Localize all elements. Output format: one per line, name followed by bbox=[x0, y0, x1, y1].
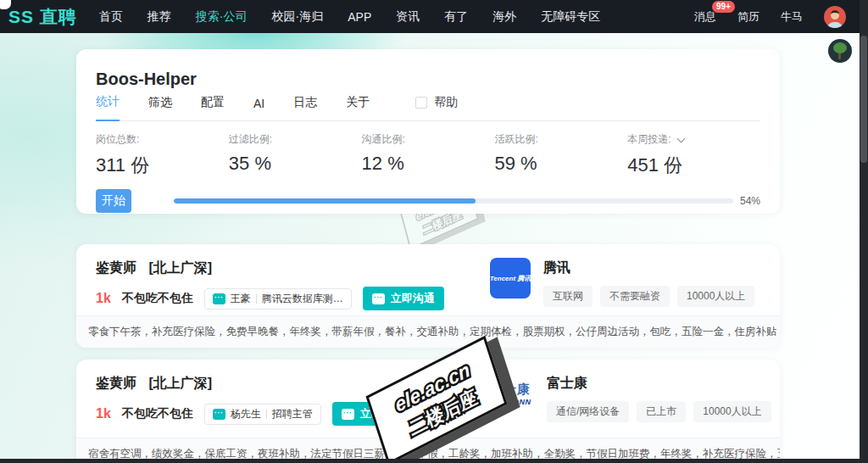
avatar-shirt-icon bbox=[827, 22, 843, 28]
extension-tree-icon[interactable] bbox=[828, 39, 852, 63]
help-checkbox[interactable] bbox=[415, 97, 427, 109]
nav-item-search-company[interactable]: 搜索·公司 bbox=[196, 9, 248, 25]
stat-chat-ratio: 沟通比例: 12 % bbox=[362, 132, 495, 178]
help-checkbox-label: 帮助 bbox=[434, 95, 458, 110]
control-row: 开始 54% bbox=[96, 189, 760, 213]
chat-now-button[interactable]: 立即沟通 bbox=[363, 287, 444, 310]
separator bbox=[266, 410, 267, 419]
scrollbar-thumb[interactable] bbox=[860, 36, 867, 163]
stat-weekly-sent: 本周投递: 451 份 bbox=[627, 132, 760, 178]
nav-item-recommend[interactable]: 推荐 bbox=[147, 9, 171, 25]
job-benefits: 零食下午茶，补充医疗保险，免费早晚餐，年终奖，带薪年假，餐补，交通补助，定期体检… bbox=[76, 315, 780, 348]
company-tag: 通信/网络设备 bbox=[547, 401, 629, 422]
job-salary: 1k bbox=[96, 291, 111, 306]
nav-item-messages[interactable]: 消息 99+ bbox=[694, 9, 716, 25]
message-count-badge: 99+ bbox=[712, 1, 735, 13]
company-tag: 互联网 bbox=[543, 286, 593, 307]
tab-config[interactable]: 配置 bbox=[201, 95, 225, 120]
avatar-face-icon bbox=[831, 10, 839, 20]
company-name: 腾讯 bbox=[543, 259, 754, 277]
chat-bubble-icon bbox=[213, 293, 225, 304]
progress-track bbox=[174, 198, 733, 204]
panel-title: Boos-Helper bbox=[96, 70, 760, 89]
chevron-down-icon[interactable] bbox=[676, 134, 685, 142]
job-salary: 1k bbox=[96, 406, 111, 421]
chat-bubble-icon bbox=[213, 409, 225, 420]
tencent-logo: Tencent 腾讯 bbox=[490, 258, 531, 298]
nav-item-news[interactable]: 资讯 bbox=[396, 9, 420, 25]
nav-item-resume[interactable]: 简历 bbox=[737, 9, 760, 25]
job-condition: 不包吃不包住 bbox=[122, 406, 193, 421]
helper-tabs: 统计 筛选 配置 AI 日志 关于 帮助 bbox=[96, 94, 760, 121]
stat-total-jobs: 岗位总数: 311 份 bbox=[96, 132, 229, 178]
job-location: [北上广深] bbox=[148, 260, 212, 275]
boos-helper-panel: Boos-Helper 统计 筛选 配置 AI 日志 关于 帮助 岗位总数: 3… bbox=[76, 49, 780, 214]
nav-item-campus[interactable]: 校园·海归 bbox=[272, 9, 324, 25]
user-avatar[interactable] bbox=[824, 6, 846, 28]
window-bottom-edge bbox=[0, 459, 860, 463]
recruiter-title: 腾讯云数据库测… bbox=[262, 292, 343, 306]
job-condition: 不包吃不包住 bbox=[122, 291, 193, 306]
progress-bar: 54% bbox=[174, 195, 760, 207]
separator bbox=[256, 294, 257, 304]
nav-item-accessibility[interactable]: 无障碍专区 bbox=[541, 9, 600, 25]
progress-percent: 54% bbox=[740, 195, 760, 207]
stats-row: 岗位总数: 311 份 过滤比例: 35 % 沟通比例: 12 % 活跃比例: … bbox=[96, 132, 760, 178]
tab-log[interactable]: 日志 bbox=[293, 95, 317, 120]
recruiter-title: 招聘主管 bbox=[272, 407, 313, 421]
chat-bubble-icon bbox=[372, 293, 385, 304]
company-name: 富士康 bbox=[547, 375, 771, 393]
recruiter-name: 王豪 bbox=[231, 292, 251, 306]
company-tag: 10000人以上 bbox=[677, 286, 754, 307]
company-tag: 不需要融资 bbox=[600, 286, 670, 307]
tab-filter[interactable]: 筛选 bbox=[148, 95, 172, 120]
tab-ai[interactable]: AI bbox=[253, 97, 264, 120]
tab-statistics[interactable]: 统计 bbox=[96, 94, 120, 121]
recruiter-name: 杨先生 bbox=[231, 407, 261, 421]
stat-active-ratio: 活跃比例: 59 % bbox=[494, 132, 627, 178]
company-section[interactable]: Tencent 腾讯 腾讯 互联网 不需要融资 10000人以上 bbox=[490, 258, 754, 307]
nav-item-app[interactable]: APP bbox=[348, 10, 371, 24]
nav-menu: 首页 推荐 搜索·公司 校园·海归 APP 资讯 有了 海外 无障碍专区 bbox=[99, 9, 600, 25]
start-button[interactable]: 开始 bbox=[96, 189, 131, 213]
nav-item-youle[interactable]: 有了 bbox=[444, 9, 468, 25]
tree-trunk-icon bbox=[838, 53, 841, 59]
help-checkbox-group[interactable]: 帮助 bbox=[415, 95, 458, 120]
nav-username[interactable]: 牛马 bbox=[781, 9, 803, 25]
recruiter-tag[interactable]: 王豪 腾讯云数据库测… bbox=[204, 288, 352, 310]
job-card[interactable]: 鉴黄师 [北上广深] 1k 不包吃不包住 王豪 腾讯云数据库测… 立即沟通 Te… bbox=[76, 244, 780, 348]
company-tag: 已上市 bbox=[637, 401, 686, 422]
tree-leaf-icon bbox=[833, 42, 847, 53]
recruiter-tag[interactable]: 杨先生 招聘主管 bbox=[204, 404, 321, 425]
nav-item-home[interactable]: 首页 bbox=[99, 9, 123, 25]
company-tag: 10000人以上 bbox=[693, 401, 771, 422]
company-section[interactable]: 富士康 FOXCONN 富士康 通信/网络设备 已上市 10000人以上 bbox=[490, 373, 771, 422]
stat-filter-ratio: 过滤比例: 35 % bbox=[229, 132, 362, 178]
page-scrollbar[interactable] bbox=[860, 0, 868, 463]
top-nav: SS 直聘 首页 推荐 搜索·公司 校园·海归 APP 资讯 有了 海外 无障碍… bbox=[0, 0, 868, 33]
nav-right: 消息 99+ 简历 牛马 bbox=[694, 6, 846, 28]
tab-about[interactable]: 关于 bbox=[346, 95, 370, 120]
boss-zhipin-logo[interactable]: SS 直聘 bbox=[8, 5, 77, 29]
chat-bubble-icon bbox=[342, 409, 354, 420]
nav-item-overseas[interactable]: 海外 bbox=[492, 9, 516, 25]
job-location: [北上广深] bbox=[148, 376, 212, 390]
progress-fill bbox=[174, 198, 476, 204]
